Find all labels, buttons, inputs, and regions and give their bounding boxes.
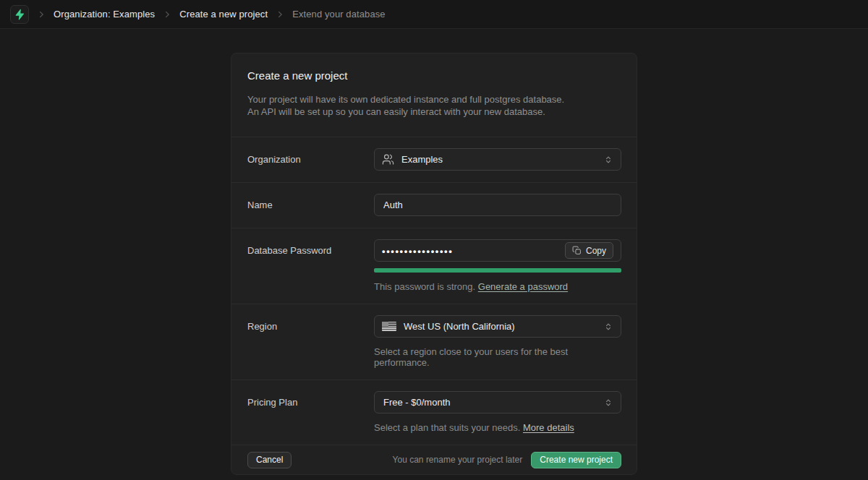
- card-footer: Cancel You can rename your project later…: [231, 445, 637, 474]
- database-password-input[interactable]: •••••••••••••••• Copy: [374, 239, 621, 262]
- us-flag-icon: [382, 322, 396, 331]
- pricing-plan-select[interactable]: Free - $0/month: [374, 391, 621, 413]
- copy-password-button[interactable]: Copy: [565, 242, 613, 259]
- page-title: Create a new project: [247, 69, 621, 82]
- chevrons-up-down-icon: [603, 398, 613, 408]
- chevron-right-icon: [36, 9, 46, 20]
- password-strength-text: This password is strong.: [374, 281, 478, 292]
- pricing-plan-label: Pricing Plan: [247, 391, 374, 433]
- breadcrumb-organization[interactable]: Organization: Examples: [54, 9, 155, 20]
- name-section: Name: [231, 182, 637, 228]
- supabase-logo[interactable]: [10, 5, 29, 24]
- generate-password-link[interactable]: Generate a password: [478, 281, 568, 292]
- organization-section: Organization Examples: [231, 137, 637, 182]
- chevrons-up-down-icon: [603, 155, 613, 165]
- chevron-right-icon: [275, 9, 285, 20]
- breadcrumb-create-project[interactable]: Create a new project: [179, 9, 268, 20]
- users-icon: [382, 153, 394, 166]
- breadcrumb-extend-database[interactable]: Extend your database: [292, 9, 385, 20]
- card-description-line1: Your project will have its own dedicated…: [247, 93, 621, 106]
- region-value: West US (North California): [404, 321, 515, 332]
- password-section: Database Password •••••••••••••••• Copy …: [231, 228, 637, 304]
- pricing-plan-value: Free - $0/month: [383, 397, 451, 408]
- create-project-card: Create a new project Your project will h…: [231, 53, 637, 475]
- cancel-button[interactable]: Cancel: [247, 452, 292, 468]
- password-label: Database Password: [247, 239, 374, 292]
- card-description-line2: An API will be set up so you can easily …: [247, 106, 621, 118]
- masked-password-value: ••••••••••••••••: [382, 246, 453, 257]
- card-header: Create a new project Your project will h…: [231, 53, 637, 137]
- pricing-plan-hint: Select a plan that suits your needs. Mor…: [374, 422, 621, 433]
- chevron-right-icon: [162, 9, 172, 20]
- pricing-plan-section: Pricing Plan Free - $0/month Select a pl…: [231, 380, 637, 445]
- region-label: Region: [247, 315, 374, 368]
- password-strength-bar: [374, 268, 621, 273]
- region-hint: Select a region close to your users for …: [374, 346, 621, 368]
- lightning-bolt-icon: [14, 9, 25, 20]
- chevrons-up-down-icon: [603, 322, 613, 332]
- more-details-link[interactable]: More details: [523, 422, 574, 433]
- copy-icon: [572, 246, 582, 255]
- project-name-input[interactable]: [374, 194, 621, 216]
- top-navigation-bar: Organization: Examples Create a new proj…: [0, 0, 868, 29]
- copy-button-label: Copy: [586, 246, 606, 256]
- name-label: Name: [247, 194, 374, 216]
- region-section: Region West US (North California) Select…: [231, 304, 637, 380]
- create-new-project-button[interactable]: Create new project: [531, 452, 621, 468]
- organization-select[interactable]: Examples: [374, 148, 621, 171]
- organization-value: Examples: [401, 154, 443, 165]
- pricing-plan-hint-text: Select a plan that suits your needs.: [374, 422, 523, 433]
- password-strength-hint: This password is strong. Generate a pass…: [374, 281, 621, 292]
- organization-label: Organization: [247, 148, 374, 171]
- rename-note: You can rename your project later: [393, 455, 523, 465]
- region-select[interactable]: West US (North California): [374, 315, 621, 338]
